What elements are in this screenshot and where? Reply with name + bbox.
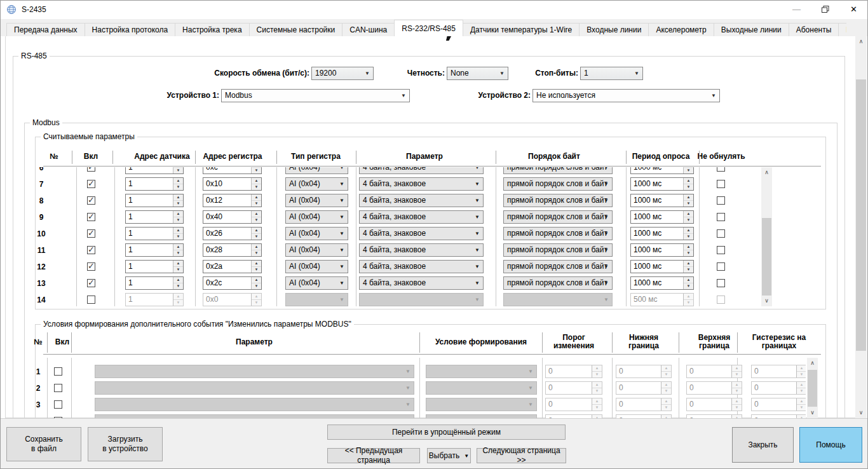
spinner-buttons[interactable]: ▲▼ <box>251 277 261 289</box>
register-type-select[interactable]: AI (0x04)▼ <box>285 167 348 174</box>
spinner-buttons[interactable]: ▲▼ <box>251 261 261 273</box>
baud-select[interactable]: 19200 ▼ <box>311 67 374 80</box>
scroll-up-icon[interactable]: ∧ <box>855 36 867 47</box>
spin-up-icon[interactable]: ▲ <box>173 261 183 266</box>
restore-icon[interactable] <box>811 0 839 19</box>
spinner-buttons[interactable]: ▲▼ <box>251 167 261 173</box>
tab-выходные-линии[interactable]: Выходные линии <box>714 23 789 36</box>
spinner-buttons[interactable]: ▲▼ <box>683 178 693 190</box>
prev-page-button[interactable]: << Предыдущая страница <box>327 448 420 463</box>
spin-down-icon[interactable]: ▼ <box>173 266 183 273</box>
register-type-select[interactable]: AI (0x04)▼ <box>285 177 348 191</box>
load-to-device-button[interactable]: Загрузить в устройство <box>88 427 163 461</box>
scrollbar-thumb[interactable] <box>762 218 771 296</box>
no-reset-checkbox[interactable] <box>717 180 725 188</box>
spinner-buttons[interactable]: ▲▼ <box>173 261 183 273</box>
spinner-buttons[interactable]: ▲▼ <box>251 194 261 207</box>
spinner-buttons[interactable]: ▲▼ <box>683 194 693 207</box>
poll-period-spinner[interactable]: 1000 мс▲▼ <box>630 243 694 257</box>
tab-передача-данных[interactable]: Передача данных <box>6 23 85 36</box>
spin-down-icon[interactable]: ▼ <box>252 233 261 240</box>
scroll-down-icon[interactable]: ∨ <box>855 407 867 418</box>
no-reset-checkbox[interactable] <box>717 246 725 254</box>
spin-down-icon[interactable]: ▼ <box>173 233 183 240</box>
register-type-select[interactable]: AI (0x04)▼ <box>285 276 348 290</box>
register-address-spinner[interactable]: 0x26▲▼ <box>203 227 262 240</box>
help-button[interactable]: Помощь <box>799 427 862 463</box>
spin-down-icon[interactable]: ▼ <box>173 217 183 223</box>
spinner-buttons[interactable]: ▲▼ <box>251 228 261 240</box>
spin-up-icon[interactable]: ▲ <box>252 178 261 184</box>
tab-датчики-температуры-1-wire[interactable]: Датчики температуры 1-Wire <box>463 23 580 36</box>
spinner-buttons[interactable]: ▲▼ <box>251 244 261 256</box>
spin-down-icon[interactable]: ▼ <box>684 184 693 190</box>
spin-up-icon[interactable]: ▲ <box>173 178 183 184</box>
close-button[interactable]: Закрыть <box>732 427 794 463</box>
spin-down-icon[interactable]: ▼ <box>252 167 261 173</box>
tab-ключи-touchme[interactable]: Ключи TouchMe <box>838 23 846 36</box>
spin-down-icon[interactable]: ▼ <box>252 283 261 289</box>
enable-checkbox[interactable]: ✓ <box>87 262 95 271</box>
spin-down-icon[interactable]: ▼ <box>684 266 693 273</box>
no-reset-checkbox[interactable] <box>717 196 725 205</box>
spin-down-icon[interactable]: ▼ <box>173 200 183 207</box>
enable-checkbox[interactable] <box>54 384 62 392</box>
enable-checkbox[interactable] <box>87 296 95 304</box>
scroll-down-icon[interactable]: ∨ <box>807 407 818 418</box>
byte-order-select[interactable]: прямой порядок слов и байт▼ <box>503 167 613 174</box>
register-address-spinner[interactable]: 0x2a▲▼ <box>203 260 262 273</box>
parameter-select[interactable]: 4 байта, знаковое▼ <box>359 276 484 290</box>
register-type-select[interactable]: AI (0x04)▼ <box>285 243 348 257</box>
spinner-buttons[interactable]: ▲▼ <box>173 228 183 240</box>
parameter-select[interactable]: 4 байта, знаковое▼ <box>359 227 484 240</box>
byte-order-select[interactable]: прямой порядок слов и байт▼ <box>503 177 613 191</box>
scroll-up-icon[interactable]: ∧ <box>807 358 818 369</box>
byte-order-select[interactable]: прямой порядок слов и байт▼ <box>503 210 613 224</box>
spin-up-icon[interactable]: ▲ <box>684 261 693 266</box>
conditions-scrollbar[interactable]: ∧ ∨ <box>807 358 818 418</box>
spinner-buttons[interactable]: ▲▼ <box>683 167 693 173</box>
enable-checkbox[interactable]: ✓ <box>87 196 95 205</box>
spinner-buttons[interactable]: ▲▼ <box>251 178 261 190</box>
spinner-buttons[interactable]: ▲▼ <box>173 194 183 207</box>
tab-абоненты[interactable]: Абоненты <box>789 23 839 36</box>
spin-up-icon[interactable]: ▲ <box>684 211 693 217</box>
spinner-buttons[interactable]: ▲▼ <box>251 211 261 223</box>
tab-can-шина[interactable]: CAN-шина <box>342 23 395 36</box>
enable-checkbox[interactable]: ✓ <box>87 279 95 287</box>
spin-up-icon[interactable]: ▲ <box>684 178 693 184</box>
spin-down-icon[interactable]: ▼ <box>684 250 693 256</box>
page-scrollbar[interactable]: ∧ ∨ <box>855 36 867 418</box>
no-reset-checkbox[interactable] <box>717 213 725 221</box>
parameter-select[interactable]: 4 байта, знаковое▼ <box>359 243 484 257</box>
spin-down-icon[interactable]: ▼ <box>252 266 261 273</box>
spin-down-icon[interactable]: ▼ <box>173 250 183 256</box>
byte-order-select[interactable]: прямой порядок слов и байт▼ <box>503 260 613 273</box>
register-type-select[interactable]: AI (0x04)▼ <box>285 227 348 240</box>
byte-order-select[interactable]: прямой порядок слов и байт▼ <box>503 227 613 240</box>
poll-period-spinner[interactable]: 1000 мс▲▼ <box>630 210 694 224</box>
register-type-select[interactable]: AI (0x04)▼ <box>285 210 348 224</box>
spin-down-icon[interactable]: ▼ <box>684 200 693 207</box>
no-reset-checkbox[interactable] <box>717 262 725 271</box>
spin-down-icon[interactable]: ▼ <box>684 167 693 173</box>
register-type-select[interactable]: AI (0x04)▼ <box>285 194 348 207</box>
spin-up-icon[interactable]: ▲ <box>684 277 693 283</box>
tab-настройка-протокола[interactable]: Настройка протокола <box>85 23 176 36</box>
enable-checkbox[interactable]: ✓ <box>87 246 95 254</box>
spin-down-icon[interactable]: ▼ <box>684 283 693 289</box>
sensor-address-spinner[interactable]: 1▲▼ <box>125 243 184 257</box>
register-address-spinner[interactable]: 0x28▲▼ <box>203 243 262 257</box>
sensor-address-spinner[interactable]: 1▲▼ <box>125 227 184 240</box>
parameter-select[interactable]: 4 байта, знаковое▼ <box>359 167 484 174</box>
poll-period-spinner[interactable]: 1000 мс▲▼ <box>630 167 694 174</box>
spinner-buttons[interactable]: ▲▼ <box>683 211 693 223</box>
enable-checkbox[interactable]: ✓ <box>87 180 95 188</box>
spinner-buttons[interactable]: ▲▼ <box>683 277 693 289</box>
parameter-select[interactable]: 4 байта, знаковое▼ <box>359 210 484 224</box>
register-address-spinner[interactable]: 0x2c▲▼ <box>203 276 262 290</box>
spin-down-icon[interactable]: ▼ <box>684 233 693 240</box>
poll-period-spinner[interactable]: 1000 мс▲▼ <box>630 177 694 191</box>
tab-акселерометр[interactable]: Акселерометр <box>648 23 714 36</box>
sensor-address-spinner[interactable]: 1▲▼ <box>125 177 184 191</box>
